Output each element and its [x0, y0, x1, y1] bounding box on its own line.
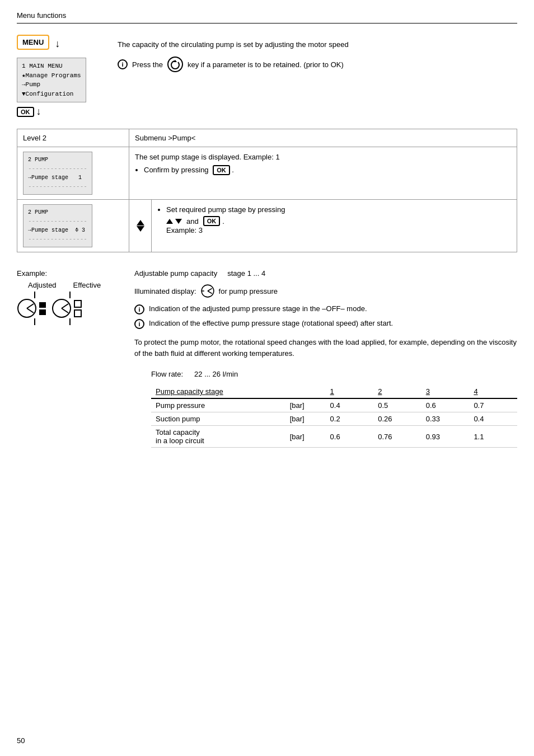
info-line-2: i Indication of the effective pump press… [134, 319, 517, 329]
lcd-pump2: 2 PUMP ---------------- →Pumpe stage ≑ 3… [23, 204, 92, 247]
pump-pressure-v3: 0.6 [421, 398, 470, 412]
info-circle-2: i [134, 319, 144, 329]
lcd-r1-l1: 2 PUMP [28, 157, 48, 163]
block-outline2 [74, 309, 82, 317]
row2-bullet1: Set required pump stage by pressing and … [166, 205, 511, 234]
row2-bullets: Set required pump stage by pressing and … [166, 205, 511, 234]
col-header-1: 1 [326, 385, 374, 398]
and-text: and [186, 217, 199, 226]
pump-row-left [17, 298, 46, 318]
table-row-1: 2 PUMP ---------------- →Pumpe stage 1 -… [17, 147, 517, 200]
bottom-line-right [69, 318, 71, 325]
main-table: Level 2 Submenu >Pump< 2 PUMP ----------… [17, 129, 517, 252]
diagram-labels: Adjusted Effective [17, 281, 118, 289]
pump-pressure-v4: 0.7 [469, 398, 517, 412]
lcd-pump1: 2 PUMP ---------------- →Pumpe stage 1 -… [23, 152, 92, 195]
suction-pump-v4: 0.4 [469, 412, 517, 426]
col-header-unit [285, 385, 326, 398]
adjusted-label: Adjusted [28, 281, 57, 289]
menu-panel: MENU ↓ 1 MAIN MENU ★Manage Programs →Pum… [17, 35, 106, 118]
col-header-name: Pump capacity stage [151, 385, 285, 398]
pump-pressure-icon [200, 283, 216, 299]
example-section: Example: Adjusted Effective [17, 269, 517, 359]
col-header-2: 2 [373, 385, 421, 398]
pump-pressure-unit: [bar] [285, 398, 326, 412]
flow-table-section: Flow rate: 22 ... 26 l/min Pump capacity… [151, 370, 517, 448]
total-cap-label-line2: in a loop circuit [156, 436, 204, 445]
menu-box: MENU [17, 35, 49, 50]
table-header-row: Level 2 Submenu >Pump< [17, 129, 517, 147]
blocks-left [39, 302, 46, 315]
left-pump-group [17, 292, 46, 325]
page-number: 50 [17, 736, 25, 745]
info-press-row: i Press the key if a parameter is to be … [118, 57, 517, 72]
pump-pressure-label: Pump pressure [151, 398, 285, 412]
table-row1-left: 2 PUMP ---------------- →Pumpe stage 1 -… [17, 147, 129, 200]
up-arrow-icon2 [166, 219, 173, 224]
table-row-total-capacity: Total capacity in a loop circuit [bar] 0… [151, 426, 517, 448]
total-capacity-unit: [bar] [285, 426, 326, 448]
submenu-label: Submenu >Pump< [135, 134, 195, 142]
illuminated-line: Illuminated display: for pump pressure [134, 283, 517, 299]
submenu-cell: Submenu >Pump< [129, 129, 517, 147]
adj-pump-cap-text: Adjustable pump capacity stage 1 ... 4 [134, 269, 517, 278]
example-description: Adjustable pump capacity stage 1 ... 4 I… [134, 269, 517, 359]
total-capacity-v2: 0.76 [373, 426, 421, 448]
top-section: MENU ↓ 1 MAIN MENU ★Manage Programs →Pum… [17, 35, 517, 118]
suction-pump-unit: [bar] [285, 412, 326, 426]
info-text-1: Indication of the adjusted pump pressure… [149, 304, 517, 313]
up-arrow-icon [137, 220, 144, 226]
pump-symbol-left [17, 298, 37, 318]
total-capacity-v3: 0.93 [421, 426, 470, 448]
illuminated-suffix: for pump pressure [219, 287, 278, 295]
main-description-text: The capacity of the circulating pump is … [118, 40, 517, 49]
down-arrow-icon2 [175, 219, 182, 224]
lcd-r1-sep2: ---------------- [28, 182, 87, 190]
right-pump-group [51, 292, 82, 325]
table-row-suction-pump: Suction pump [bar] 0.2 0.26 0.33 0.4 [151, 412, 517, 426]
menu-arrow-down: ↓ [55, 38, 60, 50]
table-row-2: 2 PUMP ---------------- →Pumpe stage ≑ 3… [17, 200, 517, 252]
total-capacity-v4: 1.1 [469, 426, 517, 448]
suction-pump-label: Suction pump [151, 412, 285, 426]
suction-pump-v3: 0.33 [421, 412, 470, 426]
adj-text: Adjustable pump capacity [134, 269, 217, 278]
protection-paragraph: To protect the pump motor, the rotationa… [134, 337, 517, 359]
flow-rate-row: Flow rate: 22 ... 26 l/min [151, 370, 517, 378]
up-down-arrows [132, 220, 149, 232]
lcd-r1-sep1: ---------------- [28, 165, 87, 172]
total-capacity-v1: 0.6 [326, 426, 374, 448]
page-header: Menu functions [17, 11, 517, 24]
down-arrow-icon [137, 226, 144, 232]
top-line-right [69, 292, 71, 298]
col-header-3: 3 [421, 385, 470, 398]
flow-label: Flow rate: [151, 370, 183, 378]
confirm-text: Confirm by pressing [144, 166, 209, 174]
level2-cell: Level 2 [17, 129, 129, 147]
row1-bullet1: Confirm by pressing OK . [144, 166, 511, 174]
table-row2-left: 2 PUMP ---------------- →Pumpe stage ≑ 3… [17, 200, 129, 252]
ok-row: OK ↓ [17, 106, 106, 118]
lcd-line3: →Pump [22, 81, 40, 88]
example-diagram: Example: Adjusted Effective [17, 269, 118, 325]
stage-range: stage 1 ... 4 [227, 269, 265, 278]
info-line-1: i Indication of the adjusted pump pressu… [134, 304, 517, 314]
table-row-pump-pressure: Pump pressure [bar] 0.4 0.5 0.6 0.7 [151, 398, 517, 412]
top-line-left [34, 292, 35, 298]
menu-label: MENU [22, 38, 44, 46]
ok-badge-row1: OK [213, 165, 230, 175]
ok-badge: OK [17, 107, 34, 117]
info-text-2: Indication of the effective pump pressur… [149, 319, 517, 327]
info-circle-1: i [134, 304, 144, 314]
row1-text: The set pump stage is displayed. Example… [135, 153, 511, 161]
example-title: Example: [17, 269, 118, 278]
lcd-r2-l1: 2 PUMP [28, 209, 48, 215]
pump-row-right [51, 298, 82, 318]
bottom-line-left [34, 318, 35, 325]
ok-badge-row2: OK [203, 216, 221, 226]
press-text: Press the [132, 60, 163, 69]
ok-arrow: ↓ [36, 106, 41, 118]
flow-value: 22 ... 26 l/min [194, 370, 238, 378]
block1 [39, 302, 46, 308]
data-table: Pump capacity stage 1 2 3 4 Pump pressur… [151, 385, 517, 448]
